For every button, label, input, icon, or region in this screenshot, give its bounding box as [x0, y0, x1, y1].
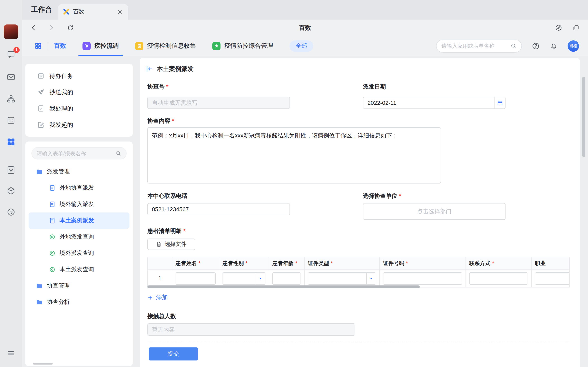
tree-group-paifa-guanli[interactable]: 派发管理 [29, 164, 130, 180]
app-nav: 百数 疾控流调 疫情检测信息收集 [22, 36, 588, 56]
jiechu-input[interactable] [147, 323, 355, 336]
windows-icon[interactable] [570, 22, 581, 33]
workbench-apps-icon[interactable] [6, 137, 16, 147]
date-field [363, 97, 506, 109]
choose-file-button[interactable]: 选择文件 [147, 239, 195, 250]
calendar-check-icon [37, 72, 44, 80]
tree-item-waidi-paifa-chaxun[interactable]: 外地派发查询 [29, 229, 130, 245]
mail-icon[interactable] [6, 72, 16, 82]
tree-item-jingwai-paifa-chaxun[interactable]: 境外派发查询 [29, 245, 130, 261]
tree-item-waidi-xiecha-paifa[interactable]: 外地协查派发 [29, 180, 130, 196]
col-header-nianling: 患者年龄 [269, 257, 305, 269]
tree-group-label: 协查分析 [47, 299, 70, 306]
add-row-button[interactable]: 添加 [147, 294, 168, 301]
dianhua-input[interactable] [147, 203, 290, 215]
task-item-faqi[interactable]: 我发起的 [25, 117, 133, 133]
chat-icon[interactable]: 1 [6, 49, 16, 59]
neirong-textarea[interactable]: 范例：x月xx日，我中心检测一名xxx新冠病毒核酸结果为阳性，该病例位于你区，详… [147, 127, 441, 184]
form-panel: 本土案例派发 协查号 派发日期 协查内容 范例：x月xx日，我中心检测一名xxx… [140, 58, 580, 367]
folder-icon [36, 282, 43, 289]
bell-icon[interactable] [550, 42, 558, 50]
tree-group-label: 协查管理 [47, 282, 70, 290]
help-icon[interactable] [532, 42, 540, 50]
xiechahao-input[interactable] [147, 97, 290, 109]
cube-icon[interactable] [6, 186, 16, 196]
nav-tab-jikong-liudiao[interactable]: 疾控流调 [82, 36, 119, 56]
tree-item-label: 境外派发查询 [60, 250, 94, 257]
baishu-logo-icon [63, 8, 69, 15]
calendar-icon[interactable] [6, 115, 16, 125]
task-label: 抄送我的 [49, 88, 73, 96]
unread-badge: 1 [13, 47, 20, 53]
tree-group-label: 派发管理 [47, 168, 70, 175]
tree-item-bentu-paifa-chaxun[interactable]: 本土派发查询 [29, 261, 130, 278]
add-row-label: 添加 [156, 294, 168, 301]
tab-label: 百数 [73, 8, 116, 16]
nav-tab-yiqing-jiance[interactable]: 疫情检测信息收集 [135, 36, 196, 56]
nav-home-baishu[interactable]: 百数 [54, 42, 66, 50]
folder-icon [36, 299, 43, 306]
tree-search [31, 147, 127, 159]
report-icon [49, 234, 56, 240]
tree-item-label: 境外输入派发 [60, 201, 94, 208]
menu-icon[interactable] [6, 348, 16, 358]
dropdown-caret-icon[interactable] [256, 272, 265, 284]
submit-button[interactable]: 提交 [149, 347, 198, 360]
tree-search-input[interactable] [37, 150, 112, 156]
word-doc-icon[interactable] [6, 165, 16, 175]
calendar-picker-icon[interactable] [495, 97, 506, 109]
zhengjian-haoma-input[interactable] [383, 272, 462, 284]
tab-baishu[interactable]: 百数 [58, 4, 128, 20]
dropdown-caret-icon[interactable] [366, 272, 376, 284]
apps-grid-icon[interactable] [34, 42, 42, 50]
xingbie-select [223, 272, 265, 284]
tree-group-xiecha-guanli[interactable]: 协查管理 [29, 278, 130, 294]
task-item-daiban[interactable]: 待办任务 [25, 68, 133, 84]
danwei-selector[interactable]: 点击选择部门 [363, 203, 506, 220]
app-search-input[interactable] [441, 43, 507, 49]
close-icon[interactable] [116, 8, 123, 16]
todo-panel: 待办任务 抄送我的 我处理的 我发起的 [25, 64, 133, 137]
row-number: 1 [148, 269, 172, 287]
table-hscrollbar[interactable] [147, 285, 420, 288]
compass-icon[interactable] [553, 22, 564, 33]
tree-group-xiecha-fenxi[interactable]: 协查分析 [29, 294, 130, 310]
lianxi-input[interactable] [469, 272, 528, 284]
task-item-chuli[interactable]: 我处理的 [25, 100, 133, 117]
task-label: 我发起的 [49, 121, 73, 129]
org-chart-icon[interactable] [6, 94, 16, 104]
zhiye-input[interactable] [535, 272, 570, 284]
table-row: 1 [148, 269, 570, 287]
nav-tab-label: 疾控流调 [94, 42, 119, 50]
form-title: 本土案例派发 [157, 65, 194, 73]
date-input[interactable] [363, 97, 495, 109]
file-icon [156, 242, 162, 247]
task-label: 我处理的 [49, 105, 73, 112]
field-label-jiechu: 接触总人数 [147, 313, 176, 320]
collapse-sidebar-icon[interactable] [145, 65, 154, 73]
tree-hscrollbar[interactable] [33, 363, 53, 365]
row-number-header [148, 257, 172, 269]
col-header-lianxi: 联系方式 [466, 257, 532, 269]
app-search [436, 39, 522, 52]
page-vscrollbar[interactable] [582, 77, 585, 157]
zhengjian-leixing-input[interactable] [308, 272, 366, 284]
tree-item-bentu-anli-paifa[interactable]: 本土案例派发 [29, 212, 130, 229]
folder-icon [36, 168, 43, 175]
nianling-input[interactable] [272, 272, 301, 284]
nav-all-button[interactable]: 全部 [290, 40, 313, 52]
nav-tab-yiqing-fangkong[interactable]: 疫情防控综合管理 [212, 36, 273, 56]
tree-item-label: 外地协查派发 [60, 184, 94, 192]
xingming-input[interactable] [176, 272, 216, 284]
nav-tab-label: 疫情防控综合管理 [224, 42, 273, 50]
form-icon [49, 217, 56, 224]
user-badge[interactable]: 肖松 [568, 40, 579, 52]
user-avatar[interactable] [4, 25, 18, 39]
xingbie-input[interactable] [223, 272, 256, 284]
service-disc-icon[interactable] [6, 207, 16, 217]
send-icon [37, 89, 44, 96]
task-item-chaosong[interactable]: 抄送我的 [25, 84, 133, 100]
tree-item-jingwai-shuru-paifa[interactable]: 境外输入派发 [29, 196, 130, 212]
search-icon[interactable] [116, 150, 121, 156]
search-icon[interactable] [510, 43, 517, 49]
